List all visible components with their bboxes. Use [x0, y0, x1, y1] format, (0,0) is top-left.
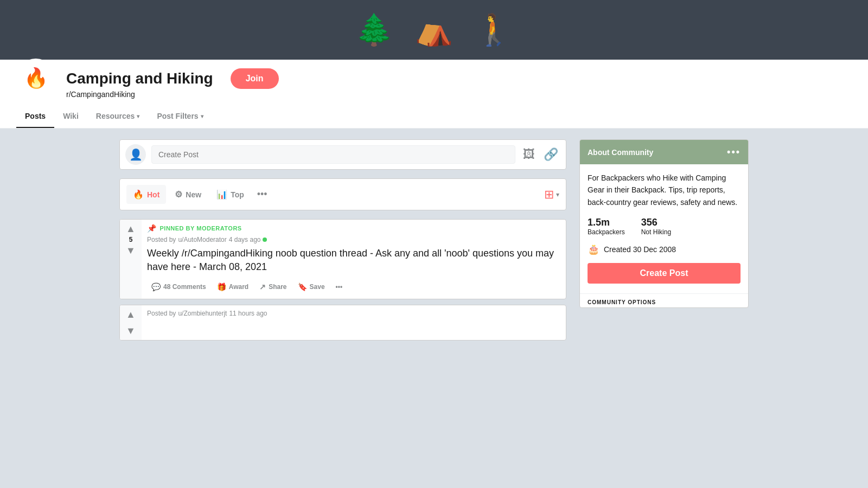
hot-icon: 🔥	[133, 189, 144, 200]
view-chevron-icon: ▾	[556, 191, 559, 198]
avatar: 🔥	[16, 59, 55, 98]
post-time: 4 days ago	[229, 236, 261, 243]
image-upload-button[interactable]: 🖼	[521, 145, 537, 164]
post-author[interactable]: u/AutoModerator	[178, 236, 226, 243]
sort-more-button[interactable]: •••	[253, 184, 272, 204]
resources-chevron: ▾	[137, 113, 139, 119]
post-filters-chevron: ▾	[201, 113, 203, 119]
online-count: 356	[641, 217, 671, 228]
sidebar: About Community ••• For Backpackers who …	[579, 139, 749, 346]
pinned-post-card: ▲ 5 ▼ 📌 PINNED BY MODERATORS Posted by u…	[119, 219, 566, 299]
members-count: 1.5m	[588, 217, 625, 228]
community-header: 🔥 Camping and Hiking Join r/CampingandHi…	[0, 60, 868, 129]
second-post-card: ▲ ▼ Posted by u/Zombiehunterjt 11 hours …	[119, 305, 566, 341]
hikers-icon: 🚶	[475, 12, 513, 48]
create-post-box: 👤 🖼 🔗	[119, 139, 566, 170]
link-icon: 🔗	[544, 147, 558, 161]
sidebar-body: For Backpackers who Hike with Camping Ge…	[580, 164, 748, 291]
sort-new-button[interactable]: ⚙ New	[168, 185, 208, 204]
created-row: 🎂 Created 30 Dec 2008	[588, 243, 741, 255]
post-actions: 💬 48 Comments 🎁 Award ↗ Share 🔖 Save	[147, 279, 560, 294]
community-name: Camping and Hiking	[66, 70, 213, 87]
new-icon: ⚙	[175, 189, 182, 200]
fire-icon: 🔥	[24, 67, 48, 89]
upvote-button[interactable]: ▲	[126, 224, 136, 234]
about-community-card: About Community ••• For Backpackers who …	[579, 139, 749, 308]
sort-bar: 🔥 Hot ⚙ New 📊 Top ••• ⊞ ▾	[119, 178, 566, 210]
post-body-2: Posted by u/Zombiehunterjt 11 hours ago	[142, 305, 566, 340]
image-icon: 🖼	[523, 147, 535, 161]
post-meta: Posted by u/AutoModerator 4 days ago	[147, 236, 560, 243]
save-icon: 🔖	[298, 282, 307, 291]
community-banner: 🌲 ⛺ 🚶	[0, 0, 868, 60]
online-label: Not Hiking	[641, 228, 671, 236]
community-options-label: COMMUNITY OPTIONS	[580, 293, 748, 307]
vote-count: 5	[129, 236, 133, 243]
stats-row: 1.5m Backpackers 356 Not Hiking	[588, 217, 741, 236]
vote-column: ▲ 5 ▼	[120, 220, 142, 299]
post-more-button[interactable]: •••	[331, 280, 347, 294]
user-avatar: 👤	[125, 144, 146, 165]
tab-resources[interactable]: Resources ▾	[87, 105, 149, 128]
community-slug: r/CampingandHiking	[66, 90, 279, 99]
post-body: 📌 PINNED BY MODERATORS Posted by u/AutoM…	[142, 220, 566, 299]
sort-top-button[interactable]: 📊 Top	[210, 185, 251, 204]
tab-wiki[interactable]: Wiki	[54, 105, 87, 128]
pin-icon: 📌	[147, 224, 157, 233]
share-button[interactable]: ↗ Share	[255, 279, 291, 294]
upvote-button-2[interactable]: ▲	[126, 310, 136, 319]
post-time-2: 11 hours ago	[229, 310, 267, 317]
vote-column-2: ▲ ▼	[120, 305, 142, 340]
sidebar-create-post-button[interactable]: Create Post	[588, 263, 741, 284]
online-stat: 356 Not Hiking	[641, 217, 671, 236]
tab-post-filters[interactable]: Post Filters ▾	[148, 105, 212, 128]
tent-icon: ⛺	[415, 12, 453, 48]
comments-icon: 💬	[151, 282, 161, 291]
award-icon: 🎁	[217, 282, 226, 291]
post-meta-2: Posted by u/Zombiehunterjt 11 hours ago	[147, 310, 560, 317]
members-stat: 1.5m Backpackers	[588, 217, 625, 236]
downvote-button[interactable]: ▼	[126, 246, 136, 255]
link-button[interactable]: 🔗	[541, 145, 560, 164]
tree-icon: 🌲	[355, 12, 393, 48]
save-button[interactable]: 🔖 Save	[293, 279, 329, 294]
view-toggle-button[interactable]: ⊞ ▾	[544, 188, 559, 202]
award-button[interactable]: 🎁 Award	[213, 279, 253, 294]
nav-tabs: Posts Wiki Resources ▾ Post Filters ▾	[16, 105, 852, 128]
view-icon: ⊞	[544, 188, 554, 202]
downvote-button-2[interactable]: ▼	[126, 326, 136, 336]
created-date: Created 30 Dec 2008	[604, 245, 676, 254]
share-icon: ↗	[259, 282, 266, 291]
sort-hot-button[interactable]: 🔥 Hot	[126, 185, 166, 204]
join-button[interactable]: Join	[231, 68, 279, 89]
post-author-2[interactable]: u/Zombiehunterjt	[178, 310, 227, 317]
user-avatar-icon: 👤	[129, 148, 143, 161]
tab-posts[interactable]: Posts	[16, 105, 54, 128]
calendar-icon: 🎂	[588, 243, 599, 255]
about-header: About Community •••	[580, 140, 748, 164]
online-indicator	[263, 237, 267, 242]
feed: 👤 🖼 🔗 🔥 Hot ⚙ New 📊	[119, 139, 566, 346]
post-title[interactable]: Weekly /r/CampingandHiking noob question…	[147, 247, 560, 274]
members-label: Backpackers	[588, 228, 625, 236]
about-description: For Backpackers who Hike with Camping Ge…	[588, 172, 741, 208]
comments-button[interactable]: 💬 48 Comments	[147, 279, 210, 294]
top-icon: 📊	[216, 189, 227, 200]
create-post-input[interactable]	[151, 145, 515, 164]
sidebar-more-button[interactable]: •••	[727, 146, 741, 158]
